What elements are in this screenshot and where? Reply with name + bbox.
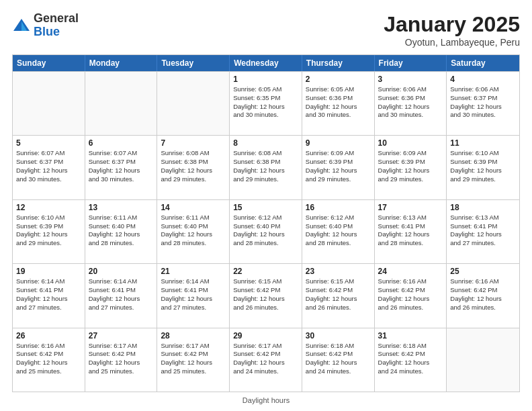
- day-number: 7: [161, 138, 226, 148]
- day-info: Sunrise: 6:15 AM Sunset: 6:42 PM Dayligh…: [306, 277, 371, 312]
- day-info: Sunrise: 6:05 AM Sunset: 6:35 PM Dayligh…: [233, 85, 298, 120]
- day-info: Sunrise: 6:12 AM Sunset: 6:40 PM Dayligh…: [306, 214, 371, 248]
- header-day-thursday: Thursday: [302, 55, 375, 71]
- day-info: Sunrise: 6:13 AM Sunset: 6:41 PM Dayligh…: [450, 214, 516, 248]
- cal-cell-2: 2Sunrise: 6:05 AM Sunset: 6:36 PM Daylig…: [302, 72, 375, 135]
- calendar-body: 1Sunrise: 6:05 AM Sunset: 6:35 PM Daylig…: [13, 71, 519, 392]
- day-info: Sunrise: 6:17 AM Sunset: 6:42 PM Dayligh…: [233, 342, 298, 376]
- logo-blue-text: Blue: [34, 26, 79, 39]
- logo-text: General Blue: [34, 12, 79, 39]
- cal-cell-31: 31Sunrise: 6:18 AM Sunset: 6:42 PM Dayli…: [375, 328, 447, 392]
- calendar: SundayMondayTuesdayWednesdayThursdayFrid…: [12, 54, 520, 392]
- cal-cell-3: 3Sunrise: 6:06 AM Sunset: 6:36 PM Daylig…: [375, 72, 447, 135]
- calendar-header: SundayMondayTuesdayWednesdayThursdayFrid…: [13, 55, 519, 71]
- day-number: 1: [233, 75, 298, 84]
- cal-cell-17: 17Sunrise: 6:13 AM Sunset: 6:41 PM Dayli…: [375, 200, 447, 263]
- cal-cell-25: 25Sunrise: 6:16 AM Sunset: 6:42 PM Dayli…: [447, 264, 519, 327]
- day-info: Sunrise: 6:08 AM Sunset: 6:38 PM Dayligh…: [233, 149, 298, 183]
- day-number: 11: [450, 138, 516, 148]
- day-number: 21: [161, 267, 226, 276]
- cal-cell-empty-0-1: [85, 72, 158, 135]
- header-day-friday: Friday: [375, 55, 447, 71]
- header: General Blue January 2025 Oyotun, Lambay…: [12, 12, 520, 48]
- title-block: January 2025 Oyotun, Lambayeque, Peru: [384, 12, 520, 48]
- day-info: Sunrise: 6:12 AM Sunset: 6:40 PM Dayligh…: [233, 214, 298, 248]
- day-number: 29: [233, 331, 298, 340]
- cal-cell-empty-0-0: [13, 72, 85, 135]
- cal-cell-23: 23Sunrise: 6:15 AM Sunset: 6:42 PM Dayli…: [302, 264, 375, 327]
- week-row-3: 12Sunrise: 6:10 AM Sunset: 6:39 PM Dayli…: [13, 199, 519, 263]
- day-number: 19: [16, 267, 81, 276]
- day-number: 3: [378, 75, 443, 84]
- day-info: Sunrise: 6:07 AM Sunset: 6:37 PM Dayligh…: [89, 149, 154, 183]
- day-number: 26: [16, 331, 81, 340]
- logo: General Blue: [12, 12, 79, 39]
- day-number: 5: [16, 138, 81, 148]
- day-number: 8: [233, 138, 298, 148]
- day-number: 13: [89, 203, 154, 212]
- cal-cell-27: 27Sunrise: 6:17 AM Sunset: 6:42 PM Dayli…: [85, 328, 158, 392]
- cal-cell-7: 7Sunrise: 6:08 AM Sunset: 6:38 PM Daylig…: [157, 136, 230, 199]
- cal-cell-28: 28Sunrise: 6:17 AM Sunset: 6:42 PM Dayli…: [157, 328, 230, 392]
- cal-cell-4: 4Sunrise: 6:06 AM Sunset: 6:37 PM Daylig…: [447, 72, 519, 135]
- header-day-saturday: Saturday: [447, 55, 519, 71]
- day-info: Sunrise: 6:16 AM Sunset: 6:42 PM Dayligh…: [450, 277, 516, 312]
- day-number: 22: [233, 267, 298, 276]
- week-row-2: 5Sunrise: 6:07 AM Sunset: 6:37 PM Daylig…: [13, 135, 519, 199]
- header-day-wednesday: Wednesday: [230, 55, 302, 71]
- location-subtitle: Oyotun, Lambayeque, Peru: [384, 37, 520, 48]
- day-info: Sunrise: 6:14 AM Sunset: 6:41 PM Dayligh…: [16, 277, 81, 312]
- day-number: 23: [306, 267, 371, 276]
- cal-cell-6: 6Sunrise: 6:07 AM Sunset: 6:37 PM Daylig…: [85, 136, 158, 199]
- day-info: Sunrise: 6:15 AM Sunset: 6:42 PM Dayligh…: [233, 277, 298, 312]
- cal-cell-14: 14Sunrise: 6:11 AM Sunset: 6:40 PM Dayli…: [157, 200, 230, 263]
- day-info: Sunrise: 6:09 AM Sunset: 6:39 PM Dayligh…: [306, 149, 371, 183]
- day-number: 30: [306, 331, 371, 340]
- week-row-4: 19Sunrise: 6:14 AM Sunset: 6:41 PM Dayli…: [13, 263, 519, 327]
- day-number: 12: [16, 203, 81, 212]
- cal-cell-1: 1Sunrise: 6:05 AM Sunset: 6:35 PM Daylig…: [230, 72, 302, 135]
- header-day-monday: Monday: [85, 55, 158, 71]
- day-number: 15: [233, 203, 298, 212]
- header-day-tuesday: Tuesday: [157, 55, 230, 71]
- day-info: Sunrise: 6:18 AM Sunset: 6:42 PM Dayligh…: [306, 342, 371, 376]
- day-number: 4: [450, 75, 516, 84]
- cal-cell-11: 11Sunrise: 6:10 AM Sunset: 6:39 PM Dayli…: [447, 136, 519, 199]
- day-info: Sunrise: 6:14 AM Sunset: 6:41 PM Dayligh…: [161, 277, 226, 312]
- cal-cell-empty-4-6: [447, 328, 519, 392]
- day-info: Sunrise: 6:10 AM Sunset: 6:39 PM Dayligh…: [450, 149, 516, 183]
- day-number: 10: [378, 138, 443, 148]
- page: General Blue January 2025 Oyotun, Lambay…: [0, 0, 532, 411]
- cal-cell-20: 20Sunrise: 6:14 AM Sunset: 6:41 PM Dayli…: [85, 264, 158, 327]
- cal-cell-12: 12Sunrise: 6:10 AM Sunset: 6:39 PM Dayli…: [13, 200, 85, 263]
- day-number: 2: [306, 75, 371, 84]
- cal-cell-29: 29Sunrise: 6:17 AM Sunset: 6:42 PM Dayli…: [230, 328, 302, 392]
- day-number: 24: [378, 267, 443, 276]
- day-info: Sunrise: 6:18 AM Sunset: 6:42 PM Dayligh…: [378, 342, 443, 376]
- day-number: 9: [306, 138, 371, 148]
- month-title: January 2025: [384, 12, 520, 37]
- cal-cell-24: 24Sunrise: 6:16 AM Sunset: 6:42 PM Dayli…: [375, 264, 447, 327]
- cal-cell-13: 13Sunrise: 6:11 AM Sunset: 6:40 PM Dayli…: [85, 200, 158, 263]
- day-info: Sunrise: 6:09 AM Sunset: 6:39 PM Dayligh…: [378, 149, 443, 183]
- day-info: Sunrise: 6:16 AM Sunset: 6:42 PM Dayligh…: [378, 277, 443, 312]
- cal-cell-15: 15Sunrise: 6:12 AM Sunset: 6:40 PM Dayli…: [230, 200, 302, 263]
- cal-cell-8: 8Sunrise: 6:08 AM Sunset: 6:38 PM Daylig…: [230, 136, 302, 199]
- day-info: Sunrise: 6:16 AM Sunset: 6:42 PM Dayligh…: [16, 342, 81, 376]
- cal-cell-18: 18Sunrise: 6:13 AM Sunset: 6:41 PM Dayli…: [447, 200, 519, 263]
- day-info: Sunrise: 6:10 AM Sunset: 6:39 PM Dayligh…: [16, 214, 81, 248]
- cal-cell-16: 16Sunrise: 6:12 AM Sunset: 6:40 PM Dayli…: [302, 200, 375, 263]
- day-info: Sunrise: 6:11 AM Sunset: 6:40 PM Dayligh…: [89, 214, 154, 248]
- cal-cell-30: 30Sunrise: 6:18 AM Sunset: 6:42 PM Dayli…: [302, 328, 375, 392]
- week-row-1: 1Sunrise: 6:05 AM Sunset: 6:35 PM Daylig…: [13, 71, 519, 135]
- header-day-sunday: Sunday: [13, 55, 85, 71]
- cal-cell-26: 26Sunrise: 6:16 AM Sunset: 6:42 PM Dayli…: [13, 328, 85, 392]
- day-number: 25: [450, 267, 516, 276]
- day-info: Sunrise: 6:05 AM Sunset: 6:36 PM Dayligh…: [306, 85, 371, 120]
- daylight-label: Daylight hours: [242, 396, 290, 404]
- logo-icon: [12, 16, 31, 35]
- day-info: Sunrise: 6:17 AM Sunset: 6:42 PM Dayligh…: [161, 342, 226, 376]
- cal-cell-19: 19Sunrise: 6:14 AM Sunset: 6:41 PM Dayli…: [13, 264, 85, 327]
- footer: Daylight hours: [12, 396, 520, 404]
- cal-cell-22: 22Sunrise: 6:15 AM Sunset: 6:42 PM Dayli…: [230, 264, 302, 327]
